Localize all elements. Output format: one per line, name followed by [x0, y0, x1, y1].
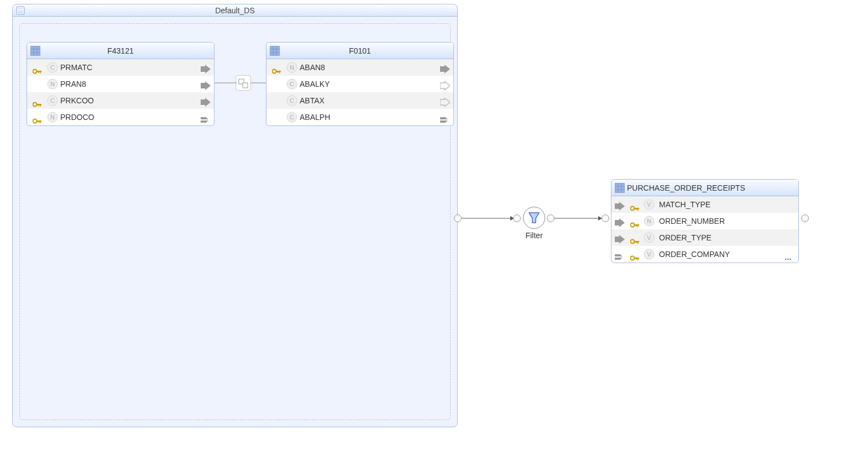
funnel-icon	[527, 211, 541, 225]
svg-text:C: C	[50, 97, 55, 104]
column-name: PRDOCO	[60, 109, 94, 125]
column-name: ORDER_COMPANY	[659, 246, 730, 263]
source-table-1[interactable]: F43121 CPRMATCNPRAN8CPRKCOONPRDOCO	[27, 42, 215, 126]
svg-rect-21	[40, 104, 41, 107]
target-output-port[interactable]	[801, 214, 809, 222]
arrow-out-icon	[440, 81, 450, 90]
table-header[interactable]: F43121	[27, 43, 214, 59]
target-table[interactable]: PURCHASE_ORDER_RECEIPTS VMATCH_TYPENORDE…	[611, 179, 799, 263]
filter-label: Filter	[520, 231, 548, 240]
svg-point-85	[631, 240, 635, 244]
datatype-icon: V	[644, 199, 655, 210]
column-row[interactable]: NPRDOCO	[27, 109, 214, 125]
target-input-port[interactable]	[602, 214, 609, 222]
svg-rect-46	[278, 71, 279, 73]
arrow-out-icon	[201, 65, 211, 74]
svg-text:C: C	[50, 64, 55, 71]
filter-input-port[interactable]	[513, 214, 521, 222]
arrow-out-icon	[201, 117, 211, 123]
svg-text:N: N	[647, 218, 651, 224]
table-title: F0101	[349, 46, 371, 55]
column-name: ABALKY	[300, 76, 330, 92]
svg-text:C: C	[290, 97, 294, 104]
column-name: PRAN8	[60, 76, 86, 92]
svg-rect-11	[40, 71, 41, 74]
column-row[interactable]: NORDER_NUMBER	[611, 213, 798, 229]
svg-marker-25	[201, 98, 211, 107]
svg-marker-59	[440, 120, 448, 123]
more-indicator: …	[785, 253, 793, 261]
svg-rect-38	[270, 46, 280, 56]
svg-rect-88	[636, 241, 637, 243]
svg-rect-12	[38, 71, 39, 73]
key-icon	[33, 101, 43, 108]
table-header[interactable]: PURCHASE_ORDER_RECEIPTS	[611, 180, 798, 196]
svg-text:V: V	[647, 201, 651, 208]
column-row[interactable]: CPRMATC	[27, 59, 214, 76]
arrow-out-icon	[201, 98, 211, 107]
arrow-out-icon	[440, 117, 450, 123]
datatype-icon: V	[644, 232, 655, 243]
key-icon	[33, 68, 43, 75]
key-icon	[630, 222, 640, 228]
svg-text:C: C	[290, 114, 294, 120]
svg-text:N: N	[50, 81, 55, 87]
svg-rect-95	[637, 258, 639, 260]
svg-rect-35	[243, 83, 248, 88]
svg-rect-4	[30, 46, 40, 56]
column-row[interactable]: CABTAX	[266, 92, 453, 109]
table-header[interactable]: F0101	[266, 43, 453, 59]
datatype-icon: N	[644, 216, 655, 227]
join-node[interactable]	[236, 75, 251, 91]
column-row[interactable]: NPRAN8	[27, 76, 214, 92]
svg-rect-87	[637, 241, 639, 244]
column-name: ABALPH	[300, 109, 330, 125]
column-row[interactable]: CABALPH	[266, 109, 453, 125]
svg-rect-74	[636, 208, 637, 210]
dataset-output-port[interactable]	[454, 214, 462, 222]
svg-marker-62	[529, 213, 539, 223]
svg-point-26	[33, 119, 37, 123]
svg-marker-92	[615, 258, 623, 260]
svg-point-19	[33, 103, 37, 107]
key-icon	[630, 255, 640, 261]
datatype-icon: C	[286, 78, 297, 90]
key-icon	[630, 238, 640, 245]
column-row[interactable]: NABAN8	[266, 59, 453, 76]
table-icon	[270, 46, 280, 56]
column-row[interactable]: VORDER_TYPE	[611, 229, 798, 246]
arrow-in-icon	[615, 254, 625, 260]
column-row[interactable]: VORDER_COMPANY	[611, 246, 798, 263]
svg-point-43	[273, 70, 276, 74]
svg-text:N: N	[50, 114, 55, 120]
svg-rect-1	[18, 8, 23, 9]
table-icon	[615, 183, 625, 193]
filter-output-port[interactable]	[547, 214, 555, 222]
column-row[interactable]: VMATCH_TYPE	[611, 196, 798, 213]
dataset-container[interactable]: Default_DS F43121 CPRMATCNPRAN8CPRKCOONP…	[12, 4, 458, 427]
dataset-header[interactable]: Default_DS	[13, 4, 457, 17]
column-name: ABTAX	[300, 92, 325, 109]
svg-point-71	[631, 207, 635, 211]
svg-marker-91	[615, 254, 623, 256]
datatype-icon: C	[286, 112, 297, 123]
arrow-out-icon	[440, 65, 450, 74]
svg-marker-33	[201, 120, 208, 123]
arrow-in-icon	[615, 218, 625, 227]
column-row[interactable]: CABALKY	[266, 76, 453, 92]
column-name: ABAN8	[300, 59, 325, 76]
connector-ds-filter	[462, 216, 514, 222]
svg-text:V: V	[647, 234, 651, 241]
column-name: PRMATC	[60, 59, 92, 76]
diagram-canvas[interactable]: Default_DS F43121 CPRMATCNPRAN8CPRKCOONP…	[0, 0, 868, 472]
svg-text:V: V	[647, 251, 651, 258]
column-row[interactable]: CPRKCOO	[27, 92, 214, 109]
dataset-icon	[16, 6, 25, 15]
table-title: F43121	[107, 46, 133, 55]
svg-marker-70	[615, 202, 625, 211]
filter-node[interactable]	[523, 207, 545, 229]
source-table-2[interactable]: F0101 NABAN8CABALKYCABTAXCABALPH	[266, 42, 454, 126]
svg-marker-49	[440, 65, 450, 74]
svg-rect-96	[636, 258, 637, 260]
datatype-icon: N	[47, 112, 58, 123]
